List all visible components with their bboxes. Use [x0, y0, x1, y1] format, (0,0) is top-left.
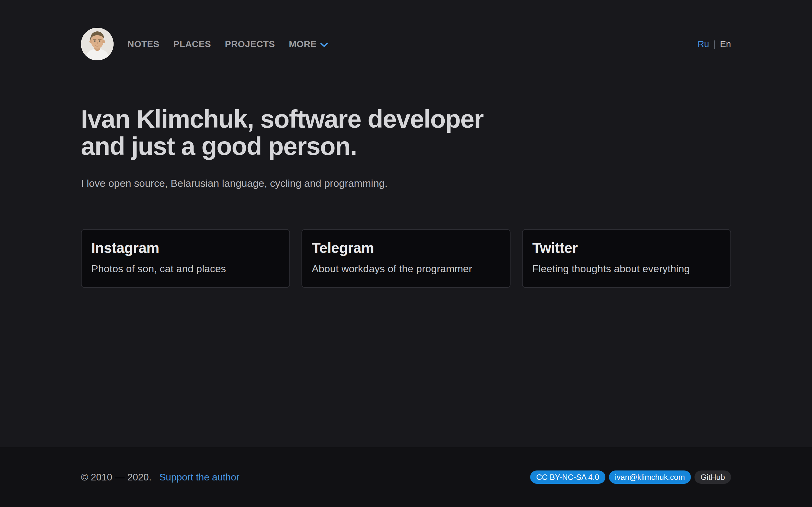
- social-cards: Instagram Photos of son, cat and places …: [81, 229, 731, 288]
- page-title: Ivan Klimchuk, software developer and ju…: [81, 106, 731, 160]
- footer-left: © 2010 — 2020. Support the author: [81, 472, 240, 483]
- nav-link-notes[interactable]: NOTES: [128, 39, 159, 49]
- language-switcher: Ru | En: [698, 39, 731, 49]
- main-navigation: NOTES PLACES PROJECTS MORE: [128, 39, 328, 49]
- badge-email[interactable]: ivan@klimchuk.com: [609, 470, 691, 484]
- support-author-link[interactable]: Support the author: [159, 472, 240, 483]
- card-description: Fleeting thoughts about everything: [532, 263, 721, 275]
- footer-badges: CC BY-NC-SA 4.0 ivan@klimchuk.com GitHub: [530, 470, 731, 484]
- card-instagram[interactable]: Instagram Photos of son, cat and places: [81, 229, 290, 288]
- card-title: Twitter: [532, 240, 721, 256]
- nav-more-button[interactable]: MORE: [289, 39, 328, 49]
- title-line-1: Ivan Klimchuk, software developer: [81, 106, 731, 133]
- title-line-2: and just a good person.: [81, 133, 731, 160]
- lang-divider: |: [714, 39, 716, 49]
- main-content: Ivan Klimchuk, software developer and ju…: [0, 60, 812, 288]
- footer-inner: © 2010 — 2020. Support the author CC BY-…: [0, 447, 812, 507]
- lang-ru-link[interactable]: Ru: [698, 39, 709, 49]
- card-twitter[interactable]: Twitter Fleeting thoughts about everythi…: [522, 229, 731, 288]
- top-nav: NOTES PLACES PROJECTS MORE Ru | En: [0, 28, 812, 60]
- nav-link-projects[interactable]: PROJECTS: [225, 39, 275, 49]
- badge-github[interactable]: GitHub: [695, 470, 731, 484]
- chevron-down-icon: [320, 42, 328, 47]
- card-description: About workdays of the programmer: [312, 263, 500, 275]
- copyright-text: © 2010 — 2020.: [81, 472, 152, 483]
- card-description: Photos of son, cat and places: [91, 263, 280, 275]
- footer: © 2010 — 2020. Support the author CC BY-…: [0, 447, 812, 507]
- card-title: Instagram: [91, 240, 280, 256]
- badge-cc-license[interactable]: CC BY-NC-SA 4.0: [530, 470, 605, 484]
- nav-link-places[interactable]: PLACES: [173, 39, 211, 49]
- card-telegram[interactable]: Telegram About workdays of the programme…: [301, 229, 511, 288]
- avatar[interactable]: [81, 28, 114, 60]
- avatar-portrait-image: [81, 28, 114, 60]
- card-title: Telegram: [312, 240, 500, 256]
- nav-more-label: MORE: [289, 39, 317, 49]
- hero-subtitle: I love open source, Belarusian language,…: [81, 177, 731, 189]
- page: NOTES PLACES PROJECTS MORE Ru | En Ivan …: [0, 0, 812, 507]
- lang-en-label: En: [720, 39, 731, 49]
